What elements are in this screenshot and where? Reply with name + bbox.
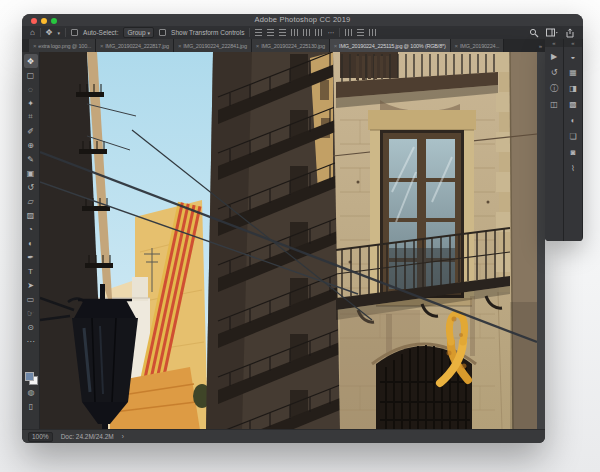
panel-dock-column-1: « ▶ ↺ ⓘ ◫: [545, 39, 563, 241]
tool-dropdown-arrow[interactable]: ▾: [58, 30, 61, 36]
libraries-panel-icon[interactable]: ◫: [547, 97, 561, 111]
document-tab[interactable]: × extra logo.png @ 100...: [29, 39, 96, 52]
channels-panel-icon[interactable]: ◙: [566, 145, 580, 159]
document-tab[interactable]: × IMG_20190224_225115.jpg @ 100% (RGB/8*…: [330, 39, 451, 52]
gradient-tool[interactable]: ▨: [24, 208, 38, 222]
edit-toolbar-tool[interactable]: ⋯: [24, 334, 38, 348]
eyedropper-tool[interactable]: ✐: [24, 124, 38, 138]
workspace-switcher-icon[interactable]: [546, 28, 558, 38]
adjustments-panel-icon[interactable]: ◐: [566, 113, 580, 127]
tab-label: extra logo.png @ 100...: [38, 43, 91, 49]
align-middle-icon[interactable]: [303, 29, 310, 36]
move-tool[interactable]: ✥: [24, 54, 38, 68]
expand-panels-icon[interactable]: «: [564, 39, 582, 47]
show-transform-checkbox[interactable]: [159, 29, 166, 36]
path-selection-tool[interactable]: ➤: [24, 278, 38, 292]
clone-stamp-tool[interactable]: ▣: [24, 166, 38, 180]
paths-panel-icon[interactable]: ⌇: [566, 161, 580, 175]
patterns-panel-icon[interactable]: ▩: [566, 97, 580, 111]
align-center-icon[interactable]: [267, 29, 274, 36]
tab-overflow-icon[interactable]: »: [539, 39, 542, 52]
color-swatches[interactable]: [25, 372, 38, 385]
tab-close-icon[interactable]: ×: [178, 43, 181, 49]
hand-tool[interactable]: ☞: [24, 306, 38, 320]
lasso-tool[interactable]: ◌: [24, 82, 38, 96]
info-panel-icon[interactable]: ⓘ: [547, 81, 561, 95]
blur-tool[interactable]: ◔: [24, 222, 38, 236]
type-tool[interactable]: T: [24, 264, 38, 278]
share-icon[interactable]: [565, 28, 575, 38]
status-chevron-icon[interactable]: ›: [122, 433, 124, 440]
document-area: ✥ ▢ ◌ ✦ ⌗ ✐ ⊕ ✎: [22, 52, 545, 430]
panel-dock: « ▶ ↺ ⓘ ◫ « ◒ ▦ ◨ ▩: [545, 39, 583, 241]
auto-select-checkbox[interactable]: [71, 29, 78, 36]
3d-mode-icon[interactable]: [345, 29, 352, 36]
desktop: Adobe Photoshop CC 2019 ⌂ ✥ ▾ Auto-Selec…: [0, 0, 600, 472]
history-panel-icon[interactable]: ↺: [547, 65, 561, 79]
brush-tool[interactable]: ✎: [24, 152, 38, 166]
color-panel-icon[interactable]: ◒: [566, 49, 580, 63]
shape-tool[interactable]: ▭: [24, 292, 38, 306]
document-tab[interactable]: × IMG_20190224_225130.jpg: [252, 39, 330, 52]
align-more-icon[interactable]: ⋯: [327, 29, 334, 37]
actions-panel-icon[interactable]: ▶: [547, 49, 561, 63]
window-title: Adobe Photoshop CC 2019: [22, 15, 583, 24]
quick-mask-tool[interactable]: ◍: [24, 385, 38, 399]
document-tab-bar: × extra logo.png @ 100... × IMG_20190224…: [22, 39, 545, 52]
tab-label: IMG_20190224...: [460, 43, 500, 49]
document-window: × extra logo.png @ 100... × IMG_20190224…: [22, 39, 545, 443]
status-bar: 100% Doc: 24.2M/24.2M ›: [22, 429, 545, 443]
tab-label: IMG_20190224_225130.jpg: [261, 43, 325, 49]
foreground-color-swatch[interactable]: [25, 372, 34, 381]
align-right-icon[interactable]: [279, 29, 286, 36]
document-tab[interactable]: × IMG_20190224...: [451, 39, 505, 52]
crop-tool[interactable]: ⌗: [24, 110, 38, 124]
align-top-icon[interactable]: [291, 29, 298, 36]
tall-window: [368, 110, 476, 306]
tab-close-icon[interactable]: ×: [33, 43, 36, 49]
zoom-level-field[interactable]: 100%: [28, 432, 53, 442]
gradients-panel-icon[interactable]: ◨: [566, 81, 580, 95]
auto-select-label: Auto-Select:: [83, 29, 118, 36]
home-icon[interactable]: ⌂: [30, 29, 35, 37]
tab-close-icon[interactable]: ×: [256, 43, 259, 49]
stone-building: [333, 52, 537, 430]
zoom-tool[interactable]: ⊙: [24, 320, 38, 334]
panel-dock-column-2: « ◒ ▦ ◨ ▩ ◐ ❏ ◙ ⌇: [564, 39, 582, 241]
tab-label: IMG_20190224_225115.jpg @ 100% (RGB/8*): [339, 43, 446, 49]
pen-tool[interactable]: ✒: [24, 250, 38, 264]
tab-label: IMG_20190224_222841.jpg: [183, 43, 247, 49]
show-transform-label: Show Transform Controls: [171, 29, 244, 36]
marquee-tool[interactable]: ▢: [24, 68, 38, 82]
expand-panels-icon[interactable]: «: [545, 39, 563, 47]
photoshop-window-top: Adobe Photoshop CC 2019 ⌂ ✥ ▾ Auto-Selec…: [22, 14, 583, 39]
canvas-pasteboard: [40, 52, 545, 430]
spot-healing-tool[interactable]: ⊕: [24, 138, 38, 152]
search-icon[interactable]: [529, 28, 539, 38]
photo-canvas[interactable]: [40, 52, 537, 430]
title-bar[interactable]: Adobe Photoshop CC 2019: [22, 14, 583, 26]
history-brush-tool[interactable]: ↺: [24, 180, 38, 194]
doc-size-info: Doc: 24.2M/24.2M: [61, 433, 114, 440]
tab-label: IMG_20190224_222817.jpg: [105, 43, 169, 49]
swatches-panel-icon[interactable]: ▦: [566, 65, 580, 79]
screen-mode-tool[interactable]: ▯: [24, 399, 38, 413]
tab-close-icon[interactable]: ×: [455, 43, 458, 49]
tab-close-icon[interactable]: ×: [100, 43, 103, 49]
align-bottom-icon[interactable]: [315, 29, 322, 36]
document-tab[interactable]: × IMG_20190224_222841.jpg: [174, 39, 252, 52]
document-tab[interactable]: × IMG_20190224_222817.jpg: [96, 39, 174, 52]
eraser-tool[interactable]: ▱: [24, 194, 38, 208]
quick-selection-tool[interactable]: ✦: [24, 96, 38, 110]
auto-select-dropdown[interactable]: Group ▾: [123, 27, 154, 38]
layers-panel-icon[interactable]: ❏: [566, 129, 580, 143]
align-left-icon[interactable]: [255, 29, 262, 36]
tool-options-bar: ⌂ ✥ ▾ Auto-Select: Group ▾ Show Transfor…: [22, 26, 583, 39]
tab-close-icon[interactable]: ×: [334, 43, 337, 49]
distribute-v-icon[interactable]: [369, 29, 376, 36]
dodge-tool[interactable]: ◐: [24, 236, 38, 250]
distribute-h-icon[interactable]: [357, 29, 364, 36]
current-tool-icon[interactable]: ✥: [46, 29, 53, 37]
